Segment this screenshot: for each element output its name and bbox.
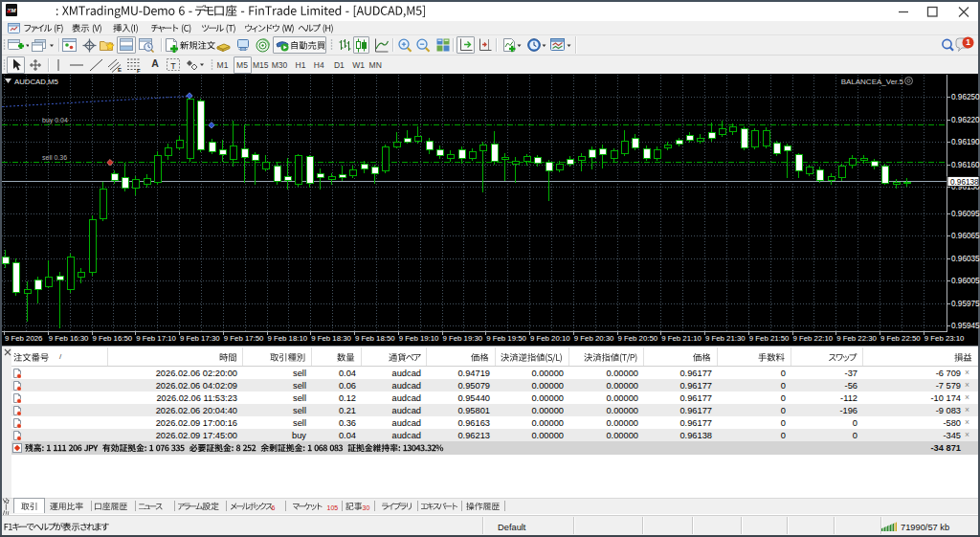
svg-text:0.96250: 0.96250 (951, 93, 980, 101)
svg-text:9 Feb 21:30: 9 Feb 21:30 (705, 334, 746, 343)
svg-text:9 Feb 2026: 9 Feb 2026 (5, 334, 42, 343)
svg-text:9 Feb 19:50: 9 Feb 19:50 (486, 334, 526, 343)
svg-text:9 Feb 20:10: 9 Feb 20:10 (530, 334, 570, 343)
svg-text:9 Feb 16:30: 9 Feb 16:30 (49, 334, 89, 343)
svg-text:buy 0.04: buy 0.04 (42, 117, 68, 124)
svg-text:0.96138: 0.96138 (950, 178, 979, 187)
svg-text:T: T (170, 61, 176, 71)
svg-text:F: F (137, 68, 141, 74)
svg-text:9 Feb 23:10: 9 Feb 23:10 (924, 334, 965, 343)
svg-text:9 Feb 22:10: 9 Feb 22:10 (793, 334, 834, 343)
svg-text:9 Feb 18:10: 9 Feb 18:10 (268, 334, 308, 343)
svg-text:0.96095: 0.96095 (951, 210, 980, 218)
svg-text:9 Feb 20:30: 9 Feb 20:30 (574, 334, 614, 343)
svg-text:AUDCAD,M5: AUDCAD,M5 (14, 78, 59, 86)
svg-text:9 Feb 19:10: 9 Feb 19:10 (399, 334, 439, 343)
svg-text:9 Feb 22:50: 9 Feb 22:50 (880, 334, 921, 343)
svg-text:0.96035: 0.96035 (951, 255, 980, 263)
svg-text:0.96065: 0.96065 (951, 232, 980, 240)
svg-text:E: E (118, 67, 122, 73)
svg-text:9 Feb 21:50: 9 Feb 21:50 (749, 334, 790, 343)
svg-text:0.96220: 0.96220 (951, 116, 980, 124)
svg-text:0.95975: 0.95975 (951, 300, 980, 308)
svg-text:9 Feb 22:30: 9 Feb 22:30 (836, 334, 877, 343)
svg-text:9 Feb 20:50: 9 Feb 20:50 (618, 334, 658, 343)
svg-text:9 Feb 18:30: 9 Feb 18:30 (311, 334, 351, 343)
svg-text:sell 0.36: sell 0.36 (42, 154, 67, 161)
svg-text:9 Feb 16:50: 9 Feb 16:50 (93, 334, 133, 343)
svg-text:9 Feb 21:10: 9 Feb 21:10 (661, 334, 702, 343)
svg-text:0.96005: 0.96005 (951, 277, 980, 285)
svg-text:0.95945: 0.95945 (951, 322, 980, 330)
svg-text:1: 1 (966, 37, 970, 47)
svg-text:BALANCEA_Ver.5: BALANCEA_Ver.5 (841, 78, 904, 86)
svg-text:9 Feb 19:30: 9 Feb 19:30 (443, 334, 483, 343)
svg-text:9 Feb 17:30: 9 Feb 17:30 (180, 334, 220, 343)
svg-text:9 Feb 18:50: 9 Feb 18:50 (355, 334, 395, 343)
svg-text:0.96160: 0.96160 (951, 161, 980, 169)
svg-text:0.96190: 0.96190 (951, 138, 980, 146)
svg-text:9 Feb 17:50: 9 Feb 17:50 (224, 334, 264, 343)
svg-text:9 Feb 17:10: 9 Feb 17:10 (136, 334, 176, 343)
